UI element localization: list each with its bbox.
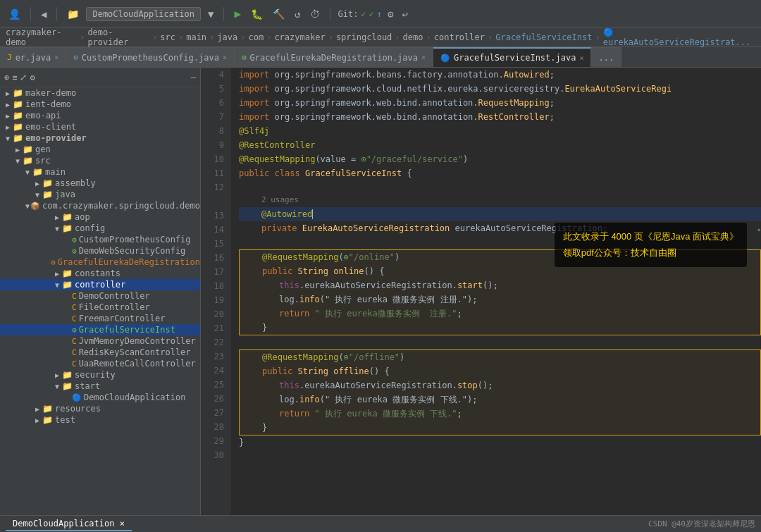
tree-item-package[interactable]: ▼ 📦 com.crazymaker.springcloud.demo — [0, 200, 200, 211]
git-check2-icon[interactable]: ✓ — [369, 9, 374, 19]
tree-item-jvm-memory[interactable]: C JvmMemoryDemoController — [0, 335, 200, 347]
tree-item-gen[interactable]: ▶ 📁 gen — [0, 144, 200, 155]
scroll-icon[interactable]: ≡ — [12, 73, 17, 82]
code-line-21: } — [240, 321, 760, 335]
dropdown-icon[interactable]: ▼ — [205, 7, 216, 21]
tree-item-graceful-service-inst[interactable]: ⚙ GracefulServiceInst — [0, 324, 200, 335]
bc-eureka[interactable]: 🔵 eurekaAutoServiceRegistrat... — [603, 27, 755, 47]
tree-item-src[interactable]: ▼ 📁 src — [0, 155, 200, 166]
tab-er-label: er.java — [16, 53, 51, 63]
git-check-icon[interactable]: ✓ — [361, 9, 366, 19]
debug-icon[interactable]: 🐛 — [248, 7, 266, 21]
git-more-icon[interactable]: ⚙ — [385, 7, 396, 21]
bc-main[interactable]: main — [186, 32, 206, 42]
tree-item-redis-key-scan[interactable]: C RedisKeyScanController — [0, 347, 200, 358]
tree-item-demo-controller[interactable]: C DemoController — [0, 290, 200, 302]
tab-config-icon: ⚙ — [73, 53, 78, 62]
bc-crazymaker[interactable]: crazymaker-demo — [6, 27, 77, 47]
tab-custom-label: CustomPrometheusConfig.java — [82, 53, 219, 63]
tree-item-ient-demo[interactable]: ▶ 📁 ient-demo — [0, 99, 200, 110]
reload-icon[interactable]: ↺ — [292, 7, 303, 21]
tab-graceful-service[interactable]: 🔵 GracefulServiceInst.java × — [433, 47, 591, 67]
tree-item-test[interactable]: ▶ 📁 test — [0, 414, 200, 426]
tree-item-demo-web-security[interactable]: ⚙ DemoWebSecurityConfig — [0, 245, 200, 256]
tree-item-freemar-controller[interactable]: C FreemarController — [0, 313, 200, 324]
code-line-30 — [239, 450, 761, 464]
offline-method-box: @RequestMapping(⊙"/offline") public Stri… — [239, 349, 761, 435]
bc-java[interactable]: java — [217, 32, 237, 42]
bc-controller[interactable]: controller — [434, 32, 485, 42]
bc-com[interactable]: com — [248, 32, 264, 42]
build-icon[interactable]: 🔨 — [270, 7, 287, 21]
locate-icon[interactable]: ⊕ — [4, 73, 9, 82]
tree-item-demo-cloud-app[interactable]: 🔵 DemoCloudApplication — [0, 392, 200, 403]
tree-item-controller[interactable]: ▼ 📁 controller — [0, 279, 200, 290]
tree-item-emo-client[interactable]: ▶ 📁 emo-client — [0, 121, 200, 132]
code-line-9: @RestController — [239, 138, 761, 152]
tree-item-start[interactable]: ▼ 📁 start — [0, 381, 200, 392]
code-line-8: @Slf4j — [239, 124, 761, 138]
tree-item-maker-demo[interactable]: ▶ 📁 maker-demo — [0, 87, 200, 99]
run-icon[interactable]: ▶ — [231, 6, 244, 22]
git-undo-icon[interactable]: ↩ — [400, 7, 411, 21]
tree-item-custom-prometheus[interactable]: ⚙ CustomPrometheusConfig — [0, 234, 200, 245]
code-line-16: @RequestMapping(⊙"/online") — [240, 250, 760, 264]
bc-crazymaker2[interactable]: crazymaker — [274, 32, 325, 42]
code-line-7: import org.springframework.web.bind.anno… — [239, 110, 761, 124]
tab-service-close[interactable]: × — [579, 54, 583, 62]
tree-item-assembly[interactable]: ▶ 📁 assembly — [0, 178, 200, 189]
bc-springcloud[interactable]: springcloud — [336, 32, 392, 42]
minimize-icon[interactable]: — — [191, 73, 196, 82]
toolbar-sep-4 — [330, 7, 330, 21]
bc-demo[interactable]: demo — [403, 32, 423, 42]
code-line-10: @RequestMapping(value = ⊙"/graceful/serv… — [239, 152, 761, 166]
back-icon[interactable]: ◀ — [38, 7, 49, 21]
tree-item-java[interactable]: ▼ 📁 java — [0, 189, 200, 200]
tree-item-main[interactable]: ▼ 📁 main — [0, 166, 200, 178]
tree-item-file-controller[interactable]: C FileController — [0, 302, 200, 313]
breadcrumb: crazymaker-demo › demo-provider › src › … — [0, 28, 761, 47]
git-push-icon[interactable]: ↑ — [377, 9, 382, 19]
code-line-18: this.eurekaAutoServiceRegistration.start… — [240, 278, 760, 292]
code-line-27: return " 执行 eureka 微服务实例 下线."; — [240, 407, 760, 421]
tab-er-close[interactable]: × — [54, 54, 58, 61]
settings-icon[interactable]: ⚙ — [30, 73, 35, 82]
tab-eureka-label: GracefulEurekaDeRegistration.java — [250, 53, 418, 63]
code-line-14: private EurekaAutoServiceRegistration eu… — [239, 221, 761, 235]
code-editor[interactable]: 4 5 6 7 8 9 10 11 12 13 14 ✦ 15 16 17 18… — [201, 68, 761, 515]
user-icon[interactable]: 👤 — [6, 7, 23, 21]
tree-item-emo-provider[interactable]: ▼ 📁 emo-provider — [0, 132, 200, 144]
bottom-tab-item[interactable]: DemoCloudApplication × — [6, 517, 132, 531]
tree-item-emo-api[interactable]: ▶ 📁 emo-api — [0, 110, 200, 121]
tree-item-config[interactable]: ▼ 📁 config — [0, 223, 200, 234]
tab-eureka-close[interactable]: × — [421, 54, 426, 61]
tree-item-uaa-remote[interactable]: C UaaRemoteCallController — [0, 358, 200, 369]
bc-src[interactable]: src — [160, 32, 175, 42]
tree-item-aop[interactable]: ▶ 📁 aop — [0, 211, 200, 223]
code-line-13: @Autowired — [239, 207, 761, 221]
online-method-box: @RequestMapping(⊙"/online") public Strin… — [239, 249, 761, 335]
main-area: ⊕ ≡ ⤢ ⚙ — ▶ 📁 maker-demo ▶ 📁 ient-demo ▶… — [0, 68, 761, 515]
tree-item-resources[interactable]: ▶ 📁 resources — [0, 403, 200, 414]
bc-graceful[interactable]: GracefulServiceInst — [495, 32, 592, 42]
code-line-24: public String offline() { — [240, 364, 760, 378]
tab-custom-config[interactable]: ⚙ CustomPrometheusConfig.java × — [66, 47, 235, 67]
toolbar: 👤 ◀ 📁 DemoCloudApplication ▼ ▶ 🐛 🔨 ↺ ⏱ G… — [0, 0, 761, 28]
bc-provider[interactable]: demo-provider — [87, 27, 149, 47]
tab-er-java[interactable]: J er.java × — [0, 47, 66, 67]
tab-more[interactable]: ... — [591, 47, 621, 67]
toolbar-sep-2 — [56, 7, 57, 21]
tab-graceful-eureka[interactable]: ⚙ GracefulEurekaDeRegistration.java × — [235, 47, 433, 67]
profile-icon[interactable]: ⏱ — [307, 7, 323, 21]
tab-service-label: GracefulServiceInst.java — [454, 53, 576, 63]
code-line-25: this.eurekaAutoServiceRegistration.stop(… — [240, 378, 760, 392]
expand-icon[interactable]: ⤢ — [20, 73, 27, 82]
tree-item-constants[interactable]: ▶ 📁 constants — [0, 268, 200, 279]
tree-item-graceful-eureka-reg[interactable]: ⚙ GracefulEurekaDeRegistration — [0, 256, 200, 268]
sidebar-toolbar: ⊕ ≡ ⤢ ⚙ — — [0, 68, 200, 87]
tree-item-security[interactable]: ▶ 📁 security — [0, 369, 200, 381]
tab-more-label: ... — [598, 53, 614, 63]
project-selector[interactable]: DemoCloudApplication — [86, 7, 201, 21]
code-line-26: log.info(" 执行 eureka 微服务实例 下线."); — [240, 392, 760, 407]
tab-custom-close[interactable]: × — [223, 54, 227, 61]
